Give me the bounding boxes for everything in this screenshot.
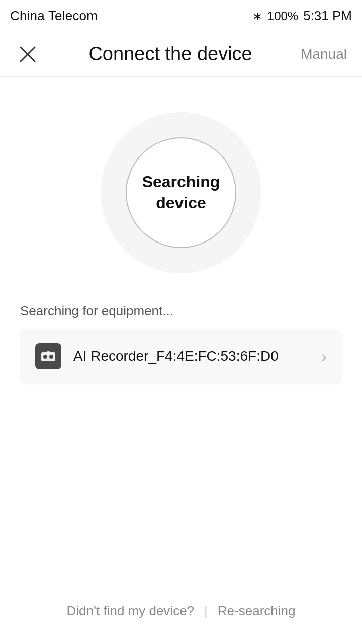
carrier-text: China Telecom [10, 8, 98, 24]
footer: Didn't find my device? | Re-searching [0, 588, 362, 644]
device-name: AI Recorder_F4:4E:FC:53:6F:D0 [73, 348, 279, 364]
searching-device-text: Searching device [142, 172, 220, 213]
app-header: Connect the device Manual [0, 32, 362, 77]
device-icon [35, 343, 61, 369]
device-list: AI Recorder_F4:4E:FC:53:6F:D0 › [20, 329, 342, 383]
re-searching-link[interactable]: Re-searching [218, 603, 296, 619]
not-found-link[interactable]: Didn't find my device? [67, 603, 195, 619]
time-text: 5:31 PM [303, 8, 352, 24]
svg-rect-5 [47, 351, 50, 353]
status-right: ∗ 100% 5:31 PM [252, 8, 352, 24]
close-button[interactable] [15, 42, 40, 67]
search-animation: Searching device [101, 112, 261, 273]
page-title: Connect the device [88, 43, 252, 65]
searching-label: Searching for equipment... [20, 303, 342, 319]
recorder-icon [40, 348, 56, 364]
bluetooth-icon: ∗ [252, 9, 262, 23]
svg-point-3 [43, 355, 47, 359]
battery-text: 100% [267, 9, 298, 23]
status-bar: China Telecom ∗ 100% 5:31 PM [0, 0, 362, 32]
device-item-left: AI Recorder_F4:4E:FC:53:6F:D0 [35, 343, 279, 369]
chevron-right-icon: › [321, 347, 327, 366]
inner-circle: Searching device [126, 137, 236, 248]
main-content: Searching device Searching for equipment… [0, 77, 362, 588]
footer-divider: | [204, 603, 208, 619]
device-list-item[interactable]: AI Recorder_F4:4E:FC:53:6F:D0 › [20, 329, 342, 383]
close-icon [19, 45, 37, 63]
svg-point-4 [49, 355, 53, 359]
manual-button[interactable]: Manual [301, 46, 347, 62]
